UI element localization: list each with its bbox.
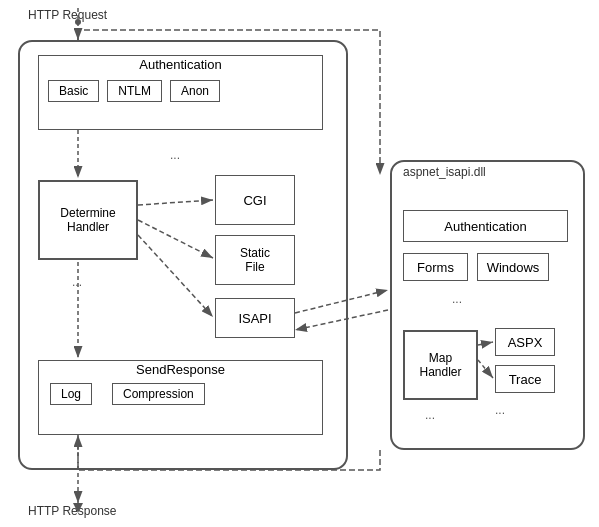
right-main-box [390,160,585,450]
auth-sub-boxes: Basic NTLM Anon [38,80,323,102]
windows-box: Windows [477,253,549,281]
compression-box: Compression [112,383,205,405]
ellipsis-left-bot: ... [72,275,82,289]
ellipsis-map-bot: ... [425,408,435,422]
http-response-label: HTTP Response [28,504,116,518]
anon-box: Anon [170,80,220,102]
sendresp-sub-boxes: Log Compression [38,383,323,405]
ellipsis-right-bot: ... [495,403,505,417]
http-request-label: HTTP Request [28,8,107,22]
trace-box: Trace [495,365,555,393]
log-box: Log [50,383,92,405]
right-auth-box: Authentication [403,210,568,242]
ellipsis-left-mid: ... [170,148,180,162]
ntlm-box: NTLM [107,80,162,102]
forms-box: Forms [403,253,468,281]
diagram: HTTP Request HTTP Response Authenticatio… [0,0,599,527]
isapi-box: ISAPI [215,298,295,338]
ellipsis-right-mid: ... [452,292,462,306]
auth-title-left: Authentication [38,57,323,72]
aspnet-label: aspnet_isapi.dll [403,165,486,179]
static-file-box: Static File [215,235,295,285]
aspx-box: ASPX [495,328,555,356]
sendresp-title: SendResponse [38,362,323,377]
basic-box: Basic [48,80,99,102]
map-handler-box: Map Handler [403,330,478,400]
det-handler-box: Determine Handler [38,180,138,260]
cgi-box: CGI [215,175,295,225]
